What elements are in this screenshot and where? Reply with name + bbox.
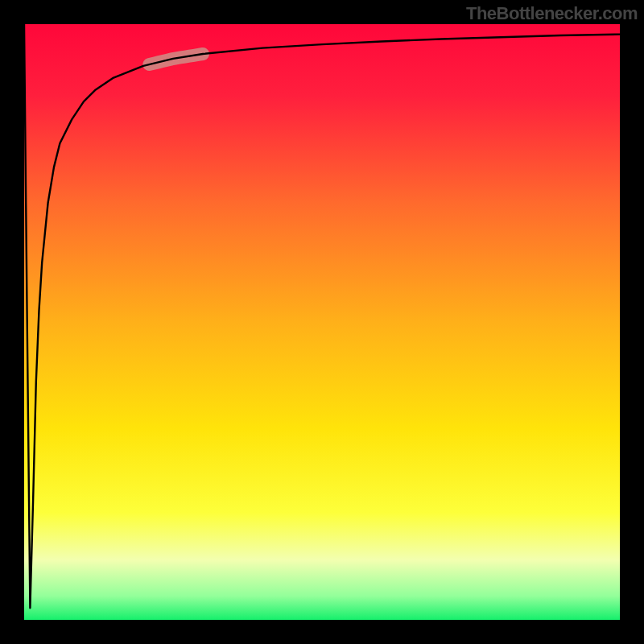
watermark-text: TheBottlenecker.com (466, 3, 638, 24)
chart-canvas: TheBottlenecker.com (0, 0, 644, 644)
curve-layer (24, 24, 620, 620)
plot-area (24, 24, 620, 620)
bottleneck-curve (24, 24, 620, 608)
